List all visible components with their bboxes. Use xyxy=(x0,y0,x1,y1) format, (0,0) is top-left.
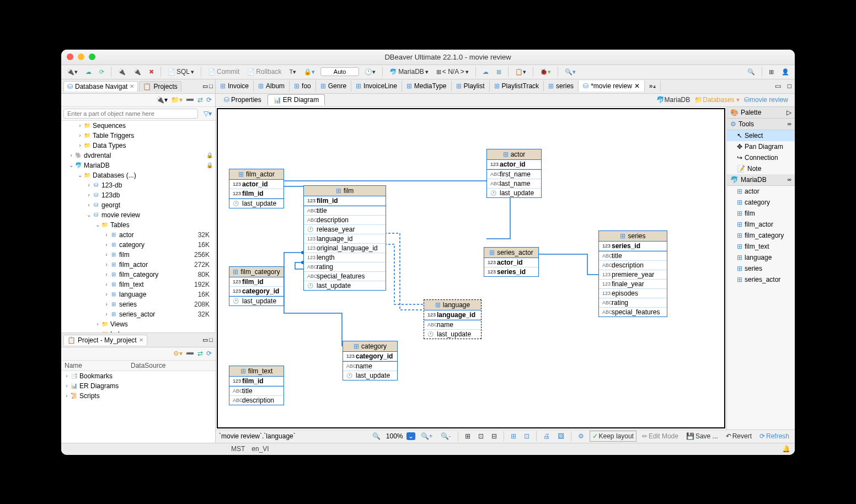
database-tree[interactable]: ›📁Sequences ›📁Table Triggers ›📁Data Type… xyxy=(61,121,215,333)
palette-table-actor[interactable]: ⊞ actor xyxy=(727,186,795,197)
refresh-icon[interactable]: ⟳ xyxy=(206,350,212,357)
edit-mode-button[interactable]: ✏ Edit Mode xyxy=(640,432,681,441)
entity-series[interactable]: ⊞series 123series_id ABCtitle ABCdescrip… xyxy=(598,230,667,317)
history-button[interactable]: 🕐▾ xyxy=(362,68,378,76)
palette-table-series[interactable]: ⊞ series xyxy=(727,263,795,274)
tool-select[interactable]: ↖ Select xyxy=(727,130,795,141)
tab-playlist[interactable]: ⊞Playlist xyxy=(452,81,490,92)
entity-language[interactable]: ⊞language 123language_id ABCname 🕐last_u… xyxy=(424,299,482,339)
subtab-er-diagram[interactable]: 📊 ER Diagram xyxy=(268,94,325,105)
search2-button[interactable]: 🔍▾ xyxy=(563,68,578,76)
entity-film-actor[interactable]: ⊞film_actor 123actor_id 123film_id 🕐last… xyxy=(229,169,284,208)
lock-button[interactable]: 🔒▾ xyxy=(302,68,317,76)
tab-playlisttrack[interactable]: ⊞PlaylistTrack xyxy=(490,81,544,92)
sql-button[interactable]: 📄SQL ▾ xyxy=(165,67,196,76)
cloud-button[interactable]: ☁ xyxy=(83,68,94,76)
palette-table-film-text[interactable]: ⊞ film_text xyxy=(727,241,795,252)
crumb-table[interactable]: ⛁movie review xyxy=(744,96,788,104)
maximize-window-button[interactable] xyxy=(89,53,95,60)
tool-connection[interactable]: ↪ Connection xyxy=(727,152,795,163)
schema-combo[interactable]: ⊞ < N/A > ▾ xyxy=(434,67,471,76)
debug-button[interactable]: 📋▾ xyxy=(513,68,528,76)
palette-tools-header[interactable]: ⚙Tools∞ xyxy=(727,119,795,130)
tab-project[interactable]: 📋Project - My_project✕ xyxy=(63,335,147,345)
zoom-dropdown[interactable]: ⌄ xyxy=(406,432,415,440)
new-conn-icon[interactable]: 🔌▾ xyxy=(156,96,168,104)
filter-icon[interactable]: ▽▾ xyxy=(200,110,215,117)
tab-mediatype[interactable]: ⊞MediaType xyxy=(402,81,452,92)
tab-more[interactable]: »₄ xyxy=(645,81,661,92)
search-button[interactable]: 🔍 xyxy=(745,68,757,76)
revert-button[interactable]: ↶ Revert xyxy=(724,432,754,441)
folder-icon[interactable]: 📁▾ xyxy=(171,96,183,104)
minimize-icon[interactable]: ▭ xyxy=(202,83,208,90)
notation-button[interactable]: ⊞ xyxy=(509,432,518,441)
snap-button[interactable]: ⊟ xyxy=(489,432,499,441)
close-icon[interactable]: ✕ xyxy=(634,82,640,90)
grid-button[interactable]: ⊡ xyxy=(476,432,486,441)
minimize-icon[interactable]: ▭ xyxy=(202,336,208,344)
palette-table-film[interactable]: ⊞ film xyxy=(727,208,795,219)
tab-genre[interactable]: ⊞Genre xyxy=(316,81,351,92)
project-tree[interactable]: ›📑Bookmarks ›📊ER Diagrams ›📜Scripts xyxy=(61,371,215,443)
tab-invoiceline[interactable]: ⊞InvoiceLine xyxy=(351,81,402,92)
link-icon[interactable]: ⇄ xyxy=(197,96,203,104)
entity-series-actor[interactable]: ⊞series_actor 123actor_id 123series_id xyxy=(484,247,539,277)
disconnect-button[interactable]: 🔌 xyxy=(131,68,143,76)
txn-combo[interactable]: Auto xyxy=(320,67,359,76)
save-button[interactable]: 💾 Save ... xyxy=(684,432,720,441)
palette-table-category[interactable]: ⊞ category xyxy=(727,197,795,208)
bug-button[interactable]: 🐞▾ xyxy=(538,68,553,76)
close-icon[interactable]: ✕ xyxy=(139,337,143,343)
gear-icon[interactable]: ⚙▾ xyxy=(173,350,183,357)
refresh-button[interactable]: ⟳ xyxy=(97,68,106,76)
txn-mode-button[interactable]: T▾ xyxy=(287,68,298,76)
new-connection-button[interactable]: 🔌▾ xyxy=(65,68,80,76)
keep-layout-toggle[interactable]: ✓Keep layout xyxy=(590,431,636,442)
palette-table-film-category[interactable]: ⊞ film_category xyxy=(727,230,795,241)
palette-table-language[interactable]: ⊞ language xyxy=(727,252,795,263)
palette-table-film-actor[interactable]: ⊞ film_actor xyxy=(727,219,795,230)
tool-note[interactable]: 📝 Note xyxy=(727,163,795,174)
tab-invoice[interactable]: ⊞Invoice xyxy=(216,81,254,92)
close-window-button[interactable] xyxy=(67,53,73,60)
rollback-button[interactable]: 📄Rollback xyxy=(245,67,283,76)
crumb-databases[interactable]: 📁Databases ▾ xyxy=(694,96,740,104)
cloud2-button[interactable]: ☁ xyxy=(480,68,491,76)
link-icon[interactable]: ⇄ xyxy=(197,350,203,357)
entity-film-text[interactable]: ⊞film_text 123film_id ABCtitle ABCdescri… xyxy=(229,366,284,405)
tab-movie-review[interactable]: ⛁*movie review✕ xyxy=(579,81,645,92)
tab-foo[interactable]: ⊞foo xyxy=(290,81,316,92)
collapse-icon[interactable]: ➖ xyxy=(186,350,194,357)
zoom-out-button[interactable]: 🔍- xyxy=(438,432,453,441)
datasource-combo[interactable]: 🐬MariaDB ▾ xyxy=(387,67,431,76)
tab-database-navigator[interactable]: ⛁Database Navigat✕ xyxy=(63,81,138,92)
stop-button[interactable]: ✖ xyxy=(147,68,156,76)
layout-button[interactable]: ⊞ xyxy=(463,432,473,441)
palette-mariadb-header[interactable]: 🐬 MariaDB∞ xyxy=(727,174,795,186)
compare-button[interactable]: ⊞ xyxy=(494,68,504,76)
entity-category[interactable]: ⊞category 123category_id ABCname 🕐last_u… xyxy=(343,341,398,380)
commit-button[interactable]: 📄Commit xyxy=(206,67,242,76)
print-button[interactable]: 🖨 xyxy=(541,432,552,441)
refresh-diagram-button[interactable]: ⟳ Refresh xyxy=(757,432,791,441)
perspective-button[interactable]: ⊞ xyxy=(767,68,776,76)
tab-series[interactable]: ⊞series xyxy=(544,81,579,92)
zoom-fit-button[interactable]: 🔍 xyxy=(370,432,383,441)
entity-actor[interactable]: ⊞actor 123actor_id ABCfirst_name ABClast… xyxy=(486,149,542,198)
export-button[interactable]: 🖼 xyxy=(555,432,566,441)
max-editor-icon[interactable]: □ xyxy=(784,82,795,90)
palette-table-series-actor[interactable]: ⊞ series_actor xyxy=(727,274,795,285)
user-button[interactable]: 👤 xyxy=(779,68,791,76)
attr-button[interactable]: ⊡ xyxy=(522,432,532,441)
refresh-nav-icon[interactable]: ⟳ xyxy=(206,96,212,104)
entity-film[interactable]: ⊞film 123film_id ABCtitle ABCdescription… xyxy=(303,185,386,291)
collapse-icon[interactable]: ➖ xyxy=(186,96,194,104)
er-diagram-canvas[interactable]: ⊞film_actor 123actor_id 123film_id 🕐last… xyxy=(217,108,725,428)
zoom-in-button[interactable]: 🔍+ xyxy=(419,432,435,441)
subtab-properties[interactable]: ⛁ Properties xyxy=(218,94,268,105)
nav-search-input[interactable] xyxy=(63,109,198,119)
crumb-datasource[interactable]: 🐬MariaDB xyxy=(656,96,691,104)
maximize-icon[interactable]: □ xyxy=(209,336,213,343)
settings-button[interactable]: ⚙ xyxy=(576,432,586,441)
